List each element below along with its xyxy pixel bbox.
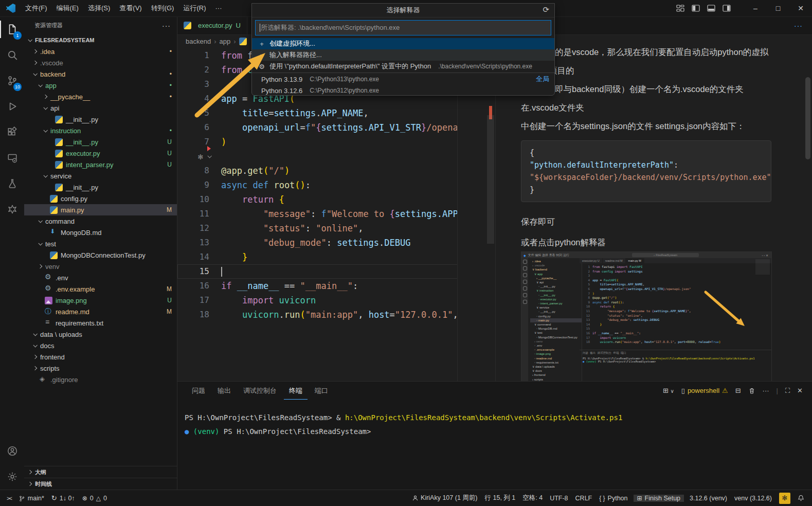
quick-pick-item-2[interactable]: ⚙使用 \"python.defaultInterpreterPath\" 设置… <box>252 61 554 72</box>
tree-item-MongoDBConnectionTest.py[interactable]: MongoDBConnectionTest.py <box>24 249 177 261</box>
status-finish-setup[interactable]: ⊞Finish Setup <box>634 495 684 502</box>
tree-item-api[interactable]: api <box>24 102 177 114</box>
preview-scrollbar-thumb[interactable] <box>805 77 810 159</box>
tree-item-config.py[interactable]: config.py <box>24 193 177 204</box>
workspace-root-folder[interactable]: FILESREADSYSTEAM <box>24 34 177 46</box>
panel-tab-输出[interactable]: 输出 <box>212 382 236 399</box>
breadcrumb-segment[interactable]: app <box>220 38 231 45</box>
tree-item-__pycache__[interactable]: __pycache__• <box>24 91 177 102</box>
close-panel-icon[interactable]: ✕ <box>797 387 803 394</box>
menu-1[interactable]: 编辑(E) <box>52 3 83 14</box>
section-时间线[interactable]: 时间线 <box>24 478 177 490</box>
more-actions-icon[interactable]: ··· <box>763 387 769 394</box>
tree-item-service[interactable]: service <box>24 170 177 182</box>
panel-tab-端口[interactable]: 端口 <box>310 382 333 399</box>
tree-item-intent_parser.py[interactable]: intent_parser.pyU <box>24 159 177 170</box>
tree-item-instruction[interactable]: instruction• <box>24 125 177 136</box>
status-language[interactable]: { }Python <box>596 495 631 502</box>
quick-pick-item-0[interactable]: +创建虚拟环境... <box>252 38 554 49</box>
account-icon[interactable] <box>0 438 24 464</box>
menu-2[interactable]: 选择(S) <box>83 3 115 14</box>
tree-item-datauploads[interactable]: data \ uploads <box>24 329 177 340</box>
tab-executor-py[interactable]: executor.py U <box>177 16 247 34</box>
split-terminal-dropdown-icon[interactable]: ⊞ ∨ <box>663 387 674 394</box>
toggle-secondary-sidebar-icon[interactable] <box>723 4 731 12</box>
ai-assistant-icon[interactable] <box>0 196 24 222</box>
split-icon[interactable]: ⊟ <box>735 387 741 394</box>
menu-4[interactable]: 转到(G) <box>147 3 179 14</box>
settings-icon[interactable] <box>0 464 24 490</box>
panel-tab-终端[interactable]: 终端 <box>284 382 308 400</box>
status-remote[interactable]: >< <box>3 490 15 506</box>
tree-item-__init__.py[interactable]: __init__.pyU <box>24 136 177 148</box>
item-action-global[interactable]: 全局 <box>536 75 549 84</box>
panel-tab-问题[interactable]: 问题 <box>187 382 210 399</box>
editor-scrollbar[interactable] <box>486 48 495 381</box>
explorer-more-actions-icon[interactable]: ··· <box>162 22 171 30</box>
tree-item-image.png[interactable]: image.pngU <box>24 295 177 306</box>
status-eol[interactable]: CRLF <box>572 495 596 502</box>
inline-suggest-lens[interactable]: ✻ <box>177 149 458 164</box>
extensions-icon[interactable] <box>0 119 24 145</box>
tree-item-__init__.py[interactable]: __init__.py <box>24 182 177 193</box>
terminal-instance-powershell[interactable]: ▯powershell⚠ <box>681 387 728 394</box>
tree-item-frontend[interactable]: frontend <box>24 351 177 363</box>
tree-item-readme.md[interactable]: readme.mdM <box>24 306 177 317</box>
run-debug-icon[interactable] <box>0 94 24 119</box>
quick-pick-item-1[interactable]: ▱输入解释器路径... <box>252 49 554 61</box>
close-button[interactable]: ✕ <box>789 0 812 16</box>
maximize-panel-icon[interactable]: ⛶ <box>785 387 790 395</box>
menu-3[interactable]: 查看(V) <box>115 3 146 14</box>
status-bell[interactable] <box>794 495 808 501</box>
menu-6[interactable]: ··· <box>210 3 226 14</box>
section-大纲[interactable]: 大纲 <box>24 466 177 478</box>
tree-item-__init__.py[interactable]: __init__.py <box>24 114 177 125</box>
refresh-icon[interactable]: ⟳ <box>543 5 549 14</box>
tree-item-.gitignore[interactable]: .gitignore <box>24 374 177 385</box>
search-icon[interactable] <box>0 42 24 68</box>
menu-0[interactable]: 文件(F) <box>21 3 52 14</box>
maximize-button[interactable]: □ <box>767 0 789 16</box>
source-control-icon[interactable]: 10 <box>0 68 24 94</box>
tree-item-.env.example[interactable]: .env.exampleM <box>24 283 177 295</box>
customize-layout-icon[interactable] <box>676 4 684 12</box>
code-editor[interactable]: 1from fastapi import FastAPI2from config… <box>177 48 458 381</box>
status-python-version[interactable]: 3.12.6 (venv) <box>686 495 731 502</box>
tree-item-scripts[interactable]: scripts <box>24 363 177 374</box>
tree-item-executor.py[interactable]: executor.pyU <box>24 148 177 159</box>
quick-pick-item-3[interactable]: Python 3.13.9C:\Python313\python.exe全局 <box>252 74 554 85</box>
toggle-sidebar-icon[interactable] <box>692 4 700 12</box>
status-branch[interactable]: main* <box>15 490 48 506</box>
status-problems[interactable]: ⊗0△0 <box>79 490 111 506</box>
status-venv[interactable]: venv (3.12.6) <box>731 495 775 502</box>
tree-item-requirements.txt[interactable]: requirements.txt <box>24 317 177 329</box>
status-ai-gold[interactable]: ✻ <box>775 493 794 504</box>
tree-item-MongoDB.md[interactable]: MongoDB.md <box>24 227 177 238</box>
interpreter-search-input[interactable]: 所选解释器: .\backend\venv\Scripts\python.exe <box>255 20 551 35</box>
tree-item-.env[interactable]: .env <box>24 272 177 283</box>
tree-item-app[interactable]: app• <box>24 80 177 91</box>
menu-5[interactable]: 运行(R) <box>178 3 210 14</box>
tree-item-.vscode[interactable]: .vscode <box>24 57 177 68</box>
status-indentation[interactable]: 空格: 4 <box>519 494 546 502</box>
breadcrumb-segment[interactable]: backend <box>186 38 211 45</box>
editor-more-actions-icon[interactable]: ··· <box>794 22 803 30</box>
quick-pick-item-4[interactable]: Python 3.12.6C:\Python312\python.exe <box>252 85 554 96</box>
minimap[interactable] <box>457 48 486 381</box>
terminal-output[interactable]: PS H:\OwnProject\FilesReadSysteam> & h:\… <box>177 400 812 439</box>
panel-tab-调试控制台[interactable]: 调试控制台 <box>238 382 282 399</box>
kill-terminal-icon[interactable] <box>748 387 755 394</box>
tree-item-venv[interactable]: venv <box>24 261 177 272</box>
toggle-panel-icon[interactable] <box>707 4 715 12</box>
testing-icon[interactable] <box>0 171 24 196</box>
explorer-icon[interactable]: 1 <box>0 16 24 42</box>
status-encoding[interactable]: UTF-8 <box>546 495 571 502</box>
tree-item-test[interactable]: test <box>24 238 177 249</box>
tree-item-docs[interactable]: docs <box>24 340 177 351</box>
tree-item-backend[interactable]: backend• <box>24 68 177 80</box>
status-cursor-position[interactable]: 行 15, 列 1 <box>481 494 519 502</box>
scrollbar-thumb[interactable] <box>487 115 494 244</box>
remote-explorer-icon[interactable] <box>0 145 24 171</box>
tree-item-main.py[interactable]: main.pyM <box>24 204 177 215</box>
status-blame-author[interactable]: KiriAky 107 (1 周前) <box>409 494 481 502</box>
